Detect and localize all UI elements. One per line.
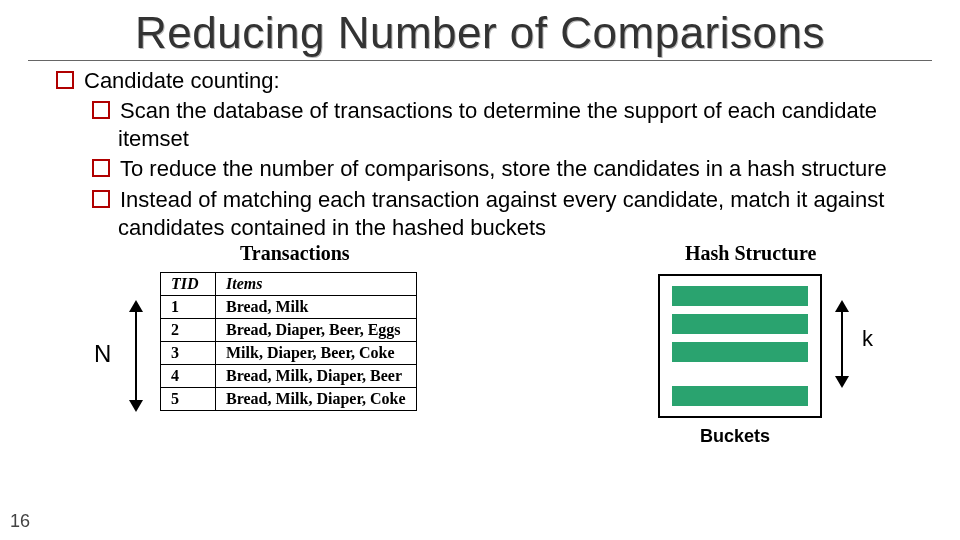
- body-content: Candidate counting: Scan the database of…: [56, 67, 912, 242]
- hash-bucket: [672, 286, 808, 306]
- hash-structure-label: Hash Structure: [685, 242, 816, 265]
- arrow-line: [841, 310, 843, 378]
- col-header-items: Items: [216, 272, 417, 295]
- cell-tid: 1: [161, 295, 216, 318]
- buckets-label: Buckets: [700, 426, 770, 447]
- cell-items: Bread, Milk, Diaper, Coke: [216, 387, 417, 410]
- col-header-tid: TID: [161, 272, 216, 295]
- n-label: N: [94, 340, 111, 368]
- bullet-icon: [92, 101, 110, 119]
- bullet-icon: [92, 190, 110, 208]
- k-label: k: [862, 326, 873, 352]
- cell-tid: 2: [161, 318, 216, 341]
- page-number: 16: [10, 511, 30, 532]
- table-row: 2 Bread, Diaper, Beer, Eggs: [161, 318, 417, 341]
- hash-bucket: [672, 386, 808, 406]
- arrow-line: [135, 310, 137, 402]
- hash-bucket: [672, 342, 808, 362]
- table-row: 1 Bread, Milk: [161, 295, 417, 318]
- bullet-sub-3-text: Instead of matching each transaction aga…: [118, 187, 884, 240]
- cell-items: Bread, Milk, Diaper, Beer: [216, 364, 417, 387]
- k-size-arrow: [830, 300, 854, 388]
- slide-title: Reducing Number of Comparisons: [0, 8, 960, 58]
- bullet-sub-3: Instead of matching each transaction aga…: [92, 186, 912, 242]
- cell-items: Bread, Diaper, Beer, Eggs: [216, 318, 417, 341]
- cell-tid: 4: [161, 364, 216, 387]
- bullet-sub-2-text: To reduce the number of comparisons, sto…: [120, 156, 887, 181]
- title-divider: [28, 60, 932, 61]
- bullet-main-text: Candidate counting:: [84, 68, 280, 93]
- transactions-table: TID Items 1 Bread, Milk 2 Bread, Diaper,…: [160, 272, 417, 411]
- n-size-arrow: [122, 300, 150, 412]
- cell-tid: 3: [161, 341, 216, 364]
- cell-items: Milk, Diaper, Beer, Coke: [216, 341, 417, 364]
- bullet-sub-1: Scan the database of transactions to det…: [92, 97, 912, 153]
- transactions-label: Transactions: [240, 242, 350, 265]
- cell-tid: 5: [161, 387, 216, 410]
- bullet-sub-1-text: Scan the database of transactions to det…: [118, 98, 877, 151]
- bullet-icon: [56, 71, 74, 89]
- arrow-down-icon: [835, 376, 849, 388]
- arrow-down-icon: [129, 400, 143, 412]
- table-row: 3 Milk, Diaper, Beer, Coke: [161, 341, 417, 364]
- figure: Transactions Hash Structure N TID Items …: [50, 246, 910, 478]
- hash-structure-box: [658, 274, 822, 418]
- table-row: 5 Bread, Milk, Diaper, Coke: [161, 387, 417, 410]
- bullet-sub-2: To reduce the number of comparisons, sto…: [92, 155, 912, 183]
- table-row: 4 Bread, Milk, Diaper, Beer: [161, 364, 417, 387]
- bullet-icon: [92, 159, 110, 177]
- cell-items: Bread, Milk: [216, 295, 417, 318]
- hash-bucket: [672, 314, 808, 334]
- bullet-main: Candidate counting:: [56, 67, 912, 95]
